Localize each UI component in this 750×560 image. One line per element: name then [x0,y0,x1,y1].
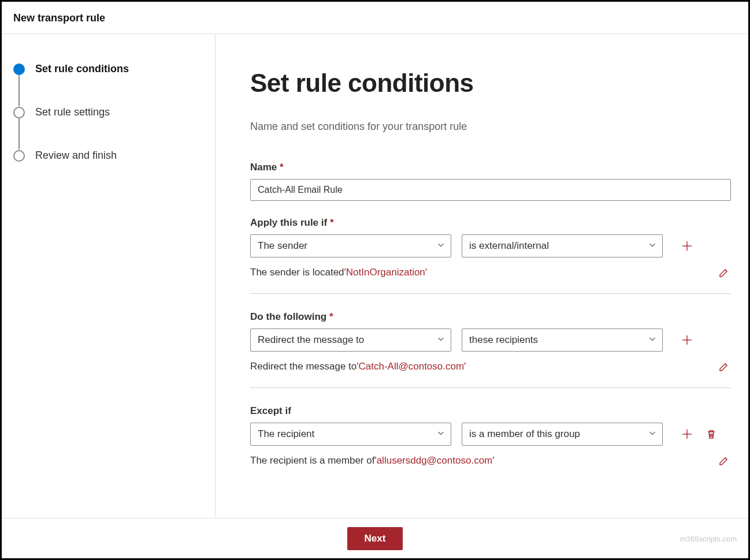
page-title: Set rule conditions [250,69,725,98]
section-divider [250,293,731,294]
select-value: The sender [258,240,307,252]
do-following-group: Do the following * Redirect the message … [250,311,725,374]
detail-prefix: The sender is located [250,267,344,278]
apply-if-group: Apply this rule if * The sender is exter… [250,217,725,279]
watermark-text: m365scripts.com [680,535,737,543]
wizard-step-review[interactable]: Review and finish [13,150,203,162]
except-if-select-2[interactable]: is a member of this group [462,423,663,446]
do-following-label: Do the following * [250,311,725,323]
name-label: Name * [250,162,725,173]
edit-action-button[interactable] [717,360,731,374]
except-if-detail: The recipient is a member of 'allusersdd… [250,454,731,468]
section-divider [250,387,731,388]
select-value: these recipients [469,334,538,346]
plus-icon [681,428,693,440]
pencil-icon [718,361,730,372]
chevron-down-icon [648,240,656,252]
next-button[interactable]: Next [347,527,403,550]
except-if-label-text: Except if [250,405,291,416]
step-indicator-icon [13,150,25,162]
pencil-icon [718,455,730,466]
do-following-select-1[interactable]: Redirect the message to [250,328,451,352]
edit-exception-button[interactable] [717,454,731,468]
pencil-icon [718,267,730,278]
select-value: Redirect the message to [258,334,364,346]
detail-prefix: The recipient is a member of [250,455,374,466]
step-label: Review and finish [35,150,117,162]
add-condition-button[interactable] [680,239,694,253]
detail-value: 'Catch-All@contoso.com' [357,361,466,372]
required-asterisk: * [329,311,333,322]
step-connector [18,75,20,106]
except-if-group: Except if The recipient is a member of t… [250,405,725,468]
required-asterisk: * [330,217,334,228]
select-value: The recipient [258,428,314,440]
add-exception-button[interactable] [680,427,694,441]
apply-if-select-1[interactable]: The sender [250,234,451,257]
select-value: is external/internal [469,240,549,252]
step-indicator-active-icon [13,64,25,75]
plus-icon [681,240,693,252]
step-label: Set rule conditions [35,63,129,75]
page-subtitle: Name and set conditions for your transpo… [250,121,725,133]
delete-exception-button[interactable] [704,427,718,441]
detail-value: 'NotInOrganization' [344,267,428,278]
plus-icon [681,334,693,346]
chevron-down-icon [437,334,445,346]
chevron-down-icon [648,428,656,440]
required-asterisk: * [280,162,284,173]
apply-if-label-text: Apply this rule if [250,217,327,228]
detail-value: 'allusersddg@contoso.com' [374,455,494,466]
name-field-group: Name * [250,162,725,201]
name-input[interactable] [250,179,731,201]
main-content: Set rule conditions Name and set conditi… [216,34,748,517]
apply-if-label: Apply this rule if * [250,217,725,229]
trash-icon [706,428,717,440]
do-following-select-2[interactable]: these recipients [462,328,663,352]
page-header: New transport rule [2,2,748,34]
apply-if-select-2[interactable]: is external/internal [462,234,663,257]
add-action-button[interactable] [680,333,694,347]
name-label-text: Name [250,162,277,173]
except-if-select-1[interactable]: The recipient [250,423,451,446]
edit-condition-button[interactable] [717,266,731,279]
apply-if-detail: The sender is located 'NotInOrganization… [250,266,731,279]
step-label: Set rule settings [35,106,110,118]
wizard-step-settings[interactable]: Set rule settings [13,106,203,118]
chevron-down-icon [437,428,445,440]
do-following-label-text: Do the following [250,311,326,322]
chevron-down-icon [437,240,445,252]
chevron-down-icon [648,334,656,346]
except-if-label: Except if [250,405,725,417]
wizard-steps-sidebar: Set rule conditions Set rule settings Re… [2,34,216,517]
wizard-footer: Next [2,518,748,558]
detail-prefix: Redirect the message to [250,361,357,372]
step-indicator-icon [13,107,25,118]
wizard-step-conditions[interactable]: Set rule conditions [13,63,203,75]
select-value: is a member of this group [469,428,580,440]
header-title: New transport rule [13,12,105,24]
step-connector [18,118,20,150]
do-following-detail: Redirect the message to 'Catch-All@conto… [250,360,731,374]
